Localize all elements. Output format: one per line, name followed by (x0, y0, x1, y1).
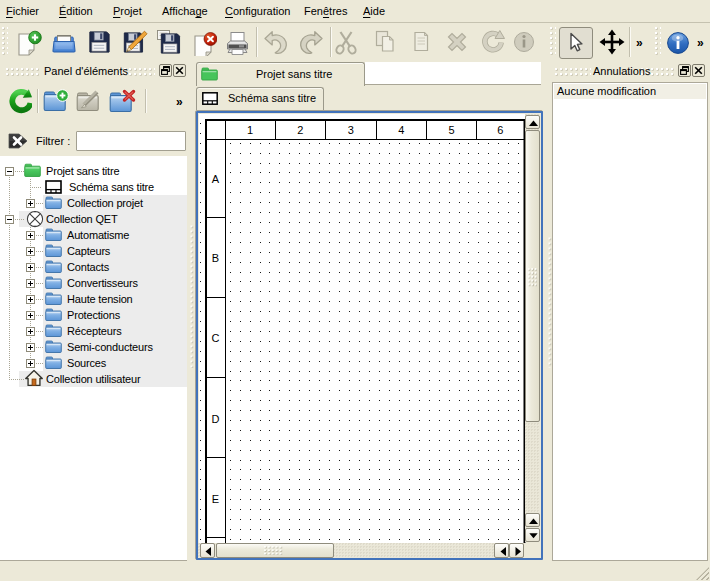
svg-text:A: A (211, 172, 219, 184)
svg-text:3: 3 (347, 124, 353, 136)
svg-text:C: C (211, 332, 219, 344)
svg-text:D: D (211, 412, 219, 424)
svg-text:B: B (211, 252, 218, 264)
svg-text:4: 4 (398, 124, 404, 136)
svg-text:1: 1 (246, 124, 252, 136)
svg-text:6: 6 (497, 124, 503, 136)
svg-text:5: 5 (448, 124, 454, 136)
svg-text:E: E (211, 492, 218, 504)
svg-text:2: 2 (297, 124, 303, 136)
